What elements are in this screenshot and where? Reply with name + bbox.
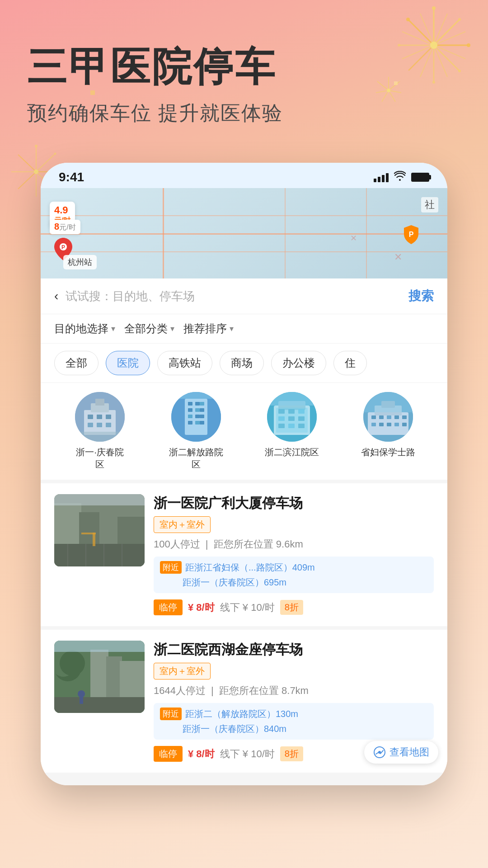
chevron-down-icon: ▾ <box>111 324 115 334</box>
svg-rect-85 <box>298 424 305 428</box>
battery-icon <box>411 173 429 182</box>
svg-rect-52 <box>97 415 102 419</box>
hospital-name-3: 浙二滨江院区 <box>265 446 319 458</box>
svg-point-41 <box>35 145 38 147</box>
svg-rect-112 <box>54 494 145 505</box>
svg-point-42 <box>54 153 56 155</box>
svg-rect-92 <box>379 415 384 419</box>
tab-office[interactable]: 办公楼 <box>271 351 326 375</box>
map-view-button[interactable]: 查看地图 <box>364 741 438 764</box>
svg-line-5 <box>409 45 434 70</box>
filter-category[interactable]: 全部分类 ▾ <box>124 321 174 336</box>
svg-point-40 <box>34 170 38 174</box>
parking-card-2[interactable]: 浙二医院西湖金座停车场 室内＋室外 1644人停过 | 距您所在位置 8.7km… <box>41 630 447 776</box>
price-type-badge-1: 临停 <box>154 599 183 615</box>
svg-line-1 <box>434 20 459 45</box>
price-main-1: ¥ 8/时 <box>188 601 215 614</box>
svg-rect-101 <box>363 392 413 412</box>
svg-rect-69 <box>188 421 192 425</box>
svg-rect-97 <box>379 423 384 426</box>
svg-line-28 <box>382 90 389 102</box>
status-time: 9:41 <box>59 170 84 184</box>
svg-rect-66 <box>188 415 192 418</box>
parking-card-1[interactable]: 浙一医院广利大厦停车场 室内＋室外 100人停过 | 距您所在位置 9.6km … <box>41 483 447 630</box>
svg-line-3 <box>434 45 459 70</box>
status-icons <box>374 171 429 184</box>
price-offline-2: 线下 ¥ 10/时 <box>220 747 275 761</box>
svg-point-20 <box>398 44 400 47</box>
svg-rect-95 <box>402 415 407 419</box>
hospital-avatar-1 <box>75 392 125 442</box>
svg-rect-64 <box>195 408 200 412</box>
hospital-avatar-4 <box>363 392 413 442</box>
svg-rect-68 <box>200 415 204 418</box>
search-bar: ‹ 试试搜：目的地、停车场 搜索 <box>41 278 447 314</box>
parking-thumb-2 <box>54 641 145 713</box>
phone-mockup: 9:41 <box>41 163 447 785</box>
tab-residence[interactable]: 住 <box>333 351 367 375</box>
filter-sort[interactable]: 推荐排序 ▾ <box>183 321 234 336</box>
hospital-item-3[interactable]: 浙二滨江院区 <box>265 392 319 471</box>
sparkle-dot <box>394 81 398 85</box>
svg-point-22 <box>432 81 435 84</box>
wifi-icon <box>394 171 406 184</box>
hospital-item-2[interactable]: 浙二解放路院区 <box>169 392 223 471</box>
parking-price-row-1: 临停 ¥ 8/时 线下 ¥ 10/时 8折 <box>154 599 434 615</box>
svg-text:P: P <box>409 231 414 238</box>
svg-rect-57 <box>75 432 125 442</box>
hospital-item-1[interactable]: 浙一·庆春院区 <box>73 392 127 471</box>
svg-point-118 <box>60 651 85 676</box>
sub-title: 预约确保车位 提升就医体验 <box>27 100 283 127</box>
tab-hospital[interactable]: 医院 <box>106 351 150 375</box>
svg-rect-114 <box>81 533 96 534</box>
svg-line-30 <box>377 81 389 90</box>
parking-meta-2: 1644人停过 | 距您所在位置 8.7km <box>154 684 434 698</box>
hospital-name-2: 浙二解放路院区 <box>169 446 223 471</box>
svg-rect-91 <box>371 415 376 419</box>
filter-destination[interactable]: 目的地选择 ▾ <box>54 321 115 336</box>
chevron-down-icon: ▾ <box>170 324 174 334</box>
search-button[interactable]: 搜索 <box>408 288 434 305</box>
svg-rect-82 <box>298 416 305 421</box>
nearby-info-1: 附近 距浙江省妇保（...路院区）409m 距浙一（庆春院区）695m <box>154 557 434 593</box>
svg-point-124 <box>78 690 85 698</box>
svg-rect-123 <box>54 697 145 713</box>
svg-rect-79 <box>298 409 305 414</box>
price-type-badge-2: 临停 <box>154 746 183 762</box>
svg-text:P: P <box>61 244 65 250</box>
parking-tags-1: 室内＋室外 <box>154 516 434 533</box>
svg-point-16 <box>432 6 436 10</box>
back-button[interactable]: ‹ <box>54 289 58 303</box>
price-discount-2: 8折 <box>280 746 303 761</box>
svg-rect-119 <box>90 650 108 704</box>
firework-right-icon <box>361 0 479 127</box>
map-area: 4.9 元/时 P 杭州站 8元/时 P ✕ ✕ 社 <box>41 188 447 278</box>
svg-rect-55 <box>97 423 102 427</box>
price-discount-1: 8折 <box>280 600 303 615</box>
svg-point-17 <box>458 18 461 21</box>
status-bar: 9:41 <box>41 163 447 188</box>
search-input[interactable]: 试试搜：目的地、停车场 <box>66 288 401 304</box>
map-cross-1: ✕ <box>394 251 402 263</box>
chevron-down-icon: ▾ <box>230 324 234 334</box>
svg-rect-63 <box>188 408 192 412</box>
tab-mall[interactable]: 商场 <box>220 351 264 375</box>
price-offline-1: 线下 ¥ 10/时 <box>220 601 275 614</box>
tab-all[interactable]: 全部 <box>54 351 99 375</box>
map-cross-2: ✕ <box>350 233 357 243</box>
hospital-name-1: 浙一·庆春院区 <box>73 446 127 471</box>
tab-highspeed[interactable]: 高铁站 <box>157 351 212 375</box>
hospital-row: 浙一·庆春院区 <box>41 383 447 483</box>
svg-rect-80 <box>278 416 285 421</box>
svg-rect-94 <box>394 415 399 419</box>
hospital-item-4[interactable]: 省妇保学士路 <box>361 392 415 471</box>
tag-indoor-outdoor-1: 室内＋室外 <box>154 516 211 533</box>
svg-rect-98 <box>387 423 391 426</box>
category-tabs: 全部 医院 高铁站 商场 办公楼 住 <box>41 344 447 383</box>
svg-rect-84 <box>288 424 295 428</box>
svg-line-37 <box>18 172 36 189</box>
tag-indoor-outdoor-2: 室内＋室外 <box>154 663 211 679</box>
svg-rect-67 <box>195 415 200 418</box>
main-title: 三甲医院停车 <box>27 45 283 89</box>
svg-rect-61 <box>195 402 200 406</box>
